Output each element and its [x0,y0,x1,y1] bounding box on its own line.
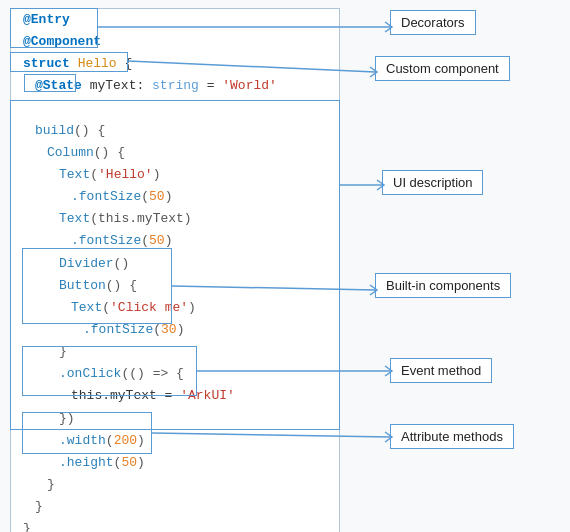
decorators-label: Decorators [390,10,476,35]
code-line-19: }) [11,408,339,430]
code-line-6: build() { [11,120,339,142]
code-line-10: Text(this.myText) [11,208,339,230]
code-line-1: @Entry [11,9,339,31]
code-line-16: } [11,341,339,363]
code-line-2: @Component [11,31,339,53]
code-line-22: } [11,474,339,496]
code-line-3: struct Hello { [11,53,339,75]
code-line-8: Text('Hello') [11,164,339,186]
code-line-13: Button() { [11,275,339,297]
ui-description-label: UI description [382,170,483,195]
code-line-23: } [11,496,339,518]
custom-component-label: Custom component [375,56,510,81]
code-line-14: Text('Click me') [11,297,339,319]
code-line-5 [11,98,339,120]
code-line-24: } [11,518,339,532]
code-line-7: Column() { [11,142,339,164]
code-line-18: this.myText = 'ArkUI' [11,385,339,407]
code-line-9: .fontSize(50) [11,186,339,208]
code-line-20: .width(200) [11,430,339,452]
builtin-components-label: Built-in components [375,273,511,298]
main-container: @Entry @Component struct Hello { @State … [0,0,570,532]
code-line-15: .fontSize(30) [11,319,339,341]
code-panel: @Entry @Component struct Hello { @State … [10,8,340,532]
code-line-17: .onClick(() => { [11,363,339,385]
event-method-label: Event method [390,358,492,383]
code-line-11: .fontSize(50) [11,230,339,252]
code-line-4: @State myText: string = 'World' [11,75,339,97]
code-line-12: Divider() [11,253,339,275]
code-line-21: .height(50) [11,452,339,474]
attribute-methods-label: Attribute methods [390,424,514,449]
